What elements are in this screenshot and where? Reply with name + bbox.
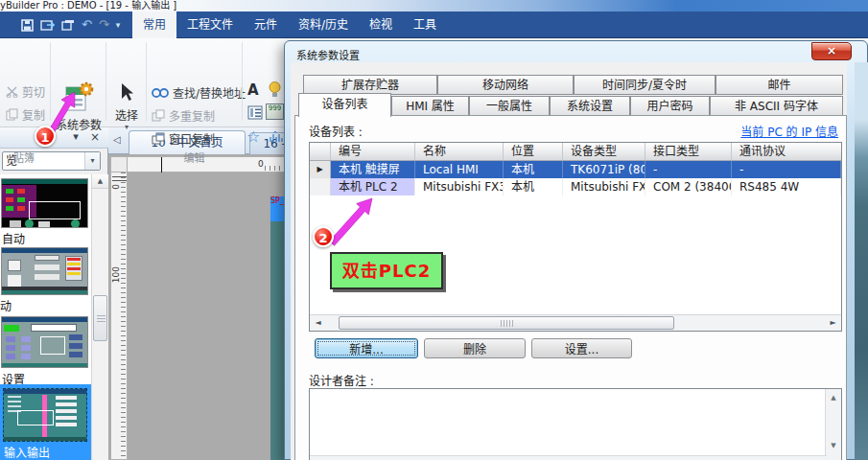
edit-group-label: 编辑 — [149, 150, 240, 165]
find-replace-label: 查找/替换地址 — [173, 84, 246, 101]
find-replace-button[interactable]: 查找/替换地址 — [152, 84, 246, 101]
dropdown-caret-icon[interactable]: ▾ — [84, 152, 100, 170]
save-icon[interactable] — [21, 19, 34, 32]
cell-name[interactable]: Mitsubishi FX3... — [415, 178, 504, 196]
select-button[interactable]: 选择 ▾ — [107, 82, 146, 131]
effect-icon[interactable] — [268, 130, 283, 144]
tab-non-ascii-fonts[interactable]: 非 ASCII 码字体 — [710, 96, 843, 116]
numeric-display-icon[interactable]: 999 — [266, 104, 284, 120]
tab-email[interactable]: 邮件 — [716, 75, 843, 95]
tab-time-sync[interactable]: 时间同步/夏令时 — [574, 75, 716, 95]
cell-protocol[interactable]: RS485 4W — [732, 178, 841, 196]
ribbon-separator — [242, 42, 243, 121]
cut-button[interactable]: 剪切 — [6, 83, 45, 100]
text-object-icon[interactable]: A — [247, 81, 259, 99]
cut-label: 剪切 — [22, 83, 45, 100]
tab-hmi-attributes[interactable]: HMI 属性 — [391, 96, 469, 116]
cell-location[interactable]: 本机 — [504, 178, 563, 196]
compile-download-icon[interactable] — [40, 19, 55, 32]
double-click-plc2-note: 双击PLC2 — [330, 252, 443, 289]
scrollbar-thumb[interactable] — [339, 316, 674, 330]
tab-system-settings[interactable]: 系统设置 — [550, 96, 630, 116]
cell-no[interactable]: 本机 PLC 2 — [331, 178, 415, 196]
thumbnail-preview[interactable] — [3, 388, 87, 442]
device-settings-button[interactable]: 设置... — [531, 338, 632, 358]
scroll-right-icon[interactable]: ► — [825, 315, 841, 331]
undo-icon[interactable]: ↶ — [82, 12, 92, 38]
menu-tab-object[interactable]: 元件 — [244, 12, 288, 38]
delete-device-button[interactable]: 删除 — [424, 338, 526, 358]
cell-interface[interactable]: COM 2 (38400,... — [645, 178, 732, 196]
tab-user-password[interactable]: 用户密码 — [630, 96, 710, 116]
dialog-close-button[interactable]: × — [811, 42, 852, 60]
step-1-badge: 1 — [35, 126, 56, 147]
column-header-no[interactable]: 编号 — [331, 143, 415, 160]
column-header-location[interactable]: 位置 — [504, 143, 563, 160]
cell-name[interactable]: Local HMI — [415, 161, 504, 178]
find-replace-icon — [152, 87, 169, 99]
tab-scroll-left-icon[interactable]: ◁ — [113, 134, 121, 145]
copy-button[interactable]: 复制 — [6, 106, 45, 123]
cell-location[interactable]: 本机 — [504, 161, 563, 178]
qat-more-icon[interactable]: ▾ — [116, 12, 121, 38]
note-vertical-scrollbar[interactable]: ▲ ▼ — [825, 389, 841, 460]
cell-protocol[interactable]: - — [732, 161, 841, 178]
column-header-protocol[interactable]: 通讯协议 — [732, 143, 841, 160]
preview-shape — [67, 258, 81, 261]
scroll-down-icon[interactable]: ▼ — [826, 439, 841, 453]
menu-tab-tool[interactable]: 工具 — [403, 12, 447, 38]
thumbnail-label[interactable]: 动 — [0, 297, 12, 313]
menu-tab-project[interactable]: 工程文件 — [176, 12, 244, 38]
canvas-sp-element[interactable]: SP_ — [270, 196, 285, 221]
menu-tab-view[interactable]: 检视 — [359, 12, 403, 38]
tab-cellular-network[interactable]: 移动网络 — [437, 75, 574, 95]
scroll-left-icon[interactable]: ◄ — [310, 315, 326, 331]
table-row-plc2[interactable]: 本机 PLC 2 Mitsubishi FX3... 本机 Mitsubishi… — [310, 178, 841, 196]
thumbnail-label[interactable]: 输入输出 — [4, 444, 50, 460]
scrollbar-thumb[interactable] — [93, 295, 107, 341]
system-params-button[interactable]: 系统参数 — [54, 80, 104, 132]
redo-icon[interactable]: ↷ — [99, 12, 109, 38]
cell-device-type[interactable]: Mitsubishi FX3... — [563, 178, 645, 196]
panel-close-icon[interactable]: × — [87, 130, 103, 144]
star-icon[interactable]: ☆ — [246, 127, 260, 146]
tab-extended-memory[interactable]: 扩展存贮器 — [303, 75, 437, 95]
table-horizontal-scrollbar[interactable]: ◄ ► — [310, 314, 841, 331]
scroll-up-icon[interactable]: ▲ — [92, 174, 108, 189]
thumbnail-preview[interactable] — [1, 316, 88, 368]
copy-icon — [6, 108, 18, 121]
canvas-teal-element[interactable] — [270, 221, 285, 460]
ribbon-separator — [50, 42, 51, 121]
tab-device-list[interactable]: 设备列表 — [298, 93, 391, 117]
select-caret-icon[interactable]: ▾ — [107, 123, 146, 131]
menu-tab-data-history[interactable]: 资料/历史 — [288, 12, 359, 38]
sidebar-scrollbar[interactable]: ▲ — [91, 174, 108, 460]
multi-copy-button[interactable]: 多重复制 — [152, 107, 215, 124]
window-copy-button[interactable]: 窗口复制 — [152, 130, 215, 147]
designer-note-textarea[interactable]: ▲ ▼ ◄ ► — [309, 388, 842, 460]
menu-tab-home[interactable]: 常用 — [132, 12, 176, 38]
table-row-local-hmi[interactable]: ▶ 本机 触摸屏 Local HMI 本机 TK6071iP (800... -… — [310, 161, 841, 178]
note-horizontal-scrollbar[interactable]: ◄ ► — [310, 455, 827, 460]
cell-no[interactable]: 本机 触摸屏 — [331, 161, 415, 178]
simulate-window-icon[interactable] — [61, 19, 75, 32]
preview-shape — [40, 336, 65, 355]
scroll-up-icon[interactable]: ▲ — [826, 391, 841, 405]
new-device-button[interactable]: 新增... — [315, 338, 418, 358]
column-header-interface[interactable]: 接口类型 — [645, 143, 732, 160]
pc-ip-info-link[interactable]: 当前 PC 的 IP 信息 — [740, 123, 838, 139]
thumbnail-selected-item[interactable]: 输入输出 — [0, 384, 91, 460]
list-object-icon[interactable] — [247, 105, 263, 120]
tab-general[interactable]: 一般属性 — [469, 96, 550, 116]
copy-label: 复制 — [22, 106, 45, 123]
column-header-device-type[interactable]: 设备类型 — [563, 143, 645, 160]
column-header-name[interactable]: 名称 — [415, 143, 504, 160]
ribbon-menu-tabs: 常用 工程文件 元件 资料/历史 检视 工具 — [132, 12, 447, 38]
cell-interface[interactable]: - — [645, 161, 732, 178]
thumbnail-label[interactable]: 自动 — [2, 230, 25, 246]
thumbnail-preview[interactable] — [1, 247, 88, 295]
cell-device-type[interactable]: TK6071iP (800... — [563, 161, 645, 178]
thumbnail-preview[interactable] — [1, 178, 88, 228]
system-params-dialog: 系统参数设置 × 扩展存贮器 移动网络 时间同步/夏令时 邮件 设备列表 HMI… — [284, 40, 868, 460]
bulb-icon[interactable] — [268, 80, 282, 99]
